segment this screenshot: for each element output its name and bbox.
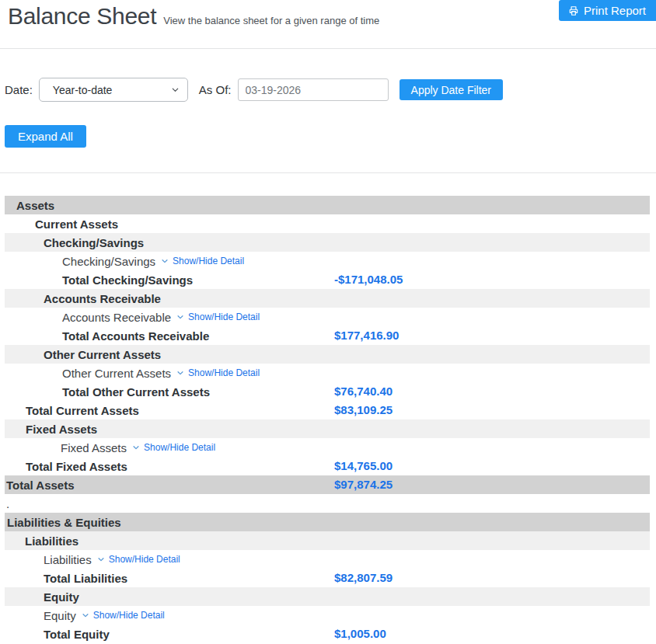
row-label: Assets: [16, 199, 54, 212]
as-of-label: As Of:: [199, 83, 232, 96]
table-row: Current Assets: [5, 214, 650, 233]
row-label: Current Assets: [35, 218, 118, 231]
row-label: Other Current Assets: [44, 348, 161, 361]
show-hide-detail-link[interactable]: Show/Hide Detail: [144, 442, 215, 453]
table-row: Total Checking/Savings-$171,048.05: [5, 270, 650, 289]
show-hide-detail-link[interactable]: Show/Hide Detail: [109, 554, 180, 565]
page-title: Balance Sheet: [8, 3, 156, 30]
row-label: Total Liabilities: [44, 572, 127, 585]
table-row: Checking/SavingsShow/Hide Detail: [5, 252, 650, 270]
table-row: Fixed AssetsShow/Hide Detail: [5, 438, 650, 457]
table-row: Liabilities: [5, 531, 650, 550]
table-row: Total Fixed Assets$14,765.00: [5, 457, 650, 475]
row-amount[interactable]: $177,416.90: [334, 329, 399, 342]
table-row: Other Current Assets: [5, 345, 650, 364]
show-hide-toggle: Show/Hide Detail: [176, 367, 260, 378]
row-label: Total Fixed Assets: [26, 460, 127, 473]
table-row: Fixed Assets: [5, 419, 650, 438]
row-label: Fixed Assets: [26, 423, 97, 436]
table-row: Total Equity$1,005.00: [5, 625, 650, 643]
apply-date-filter-button[interactable]: Apply Date Filter: [400, 79, 503, 100]
row-label: Equity: [44, 590, 79, 604]
row-amount[interactable]: $82,807.59: [334, 571, 393, 584]
chevron-down-icon: [161, 257, 169, 265]
header-divider: [0, 48, 656, 49]
row-amount[interactable]: $83,109.25: [334, 403, 393, 416]
expand-all-button[interactable]: Expand All: [5, 125, 86, 148]
show-hide-toggle: Show/Hide Detail: [176, 312, 260, 322]
row-amount[interactable]: $14,765.00: [334, 459, 393, 472]
chevron-down-icon: [171, 85, 180, 94]
print-report-label: Print Report: [584, 4, 646, 17]
row-label: Equity: [44, 609, 76, 622]
print-report-button[interactable]: Print Report: [559, 0, 656, 21]
row-label: Accounts Receivable: [44, 292, 161, 305]
show-hide-toggle: Show/Hide Detail: [132, 442, 215, 453]
row-label: Liabilities: [25, 534, 79, 548]
row-label: Total Other Current Assets: [62, 385, 210, 399]
chevron-down-icon: [97, 555, 105, 563]
table-row: LiabilitiesShow/Hide Detail: [5, 550, 650, 569]
row-label: Total Equity: [44, 628, 110, 641]
date-range-selected-value: Year-to-date: [53, 84, 113, 96]
table-row: Checking/Savings: [5, 233, 650, 252]
table-row: .: [5, 494, 650, 513]
row-label: Total Accounts Receivable: [62, 329, 209, 343]
show-hide-toggle: Show/Hide Detail: [161, 256, 244, 266]
table-row: EquityShow/Hide Detail: [5, 606, 650, 625]
table-row: Accounts Receivable: [5, 289, 650, 308]
show-hide-detail-link[interactable]: Show/Hide Detail: [188, 367, 260, 378]
printer-icon: [568, 5, 579, 16]
row-label: Total Assets: [6, 479, 75, 492]
date-label: Date:: [5, 83, 33, 96]
table-row: Liabilities & Equities: [5, 513, 650, 531]
page-header: Balance Sheet View the balance sheet for…: [8, 3, 379, 30]
table-row: Accounts ReceivableShow/Hide Detail: [5, 308, 650, 326]
chevron-down-icon: [132, 444, 140, 451]
page-subtitle: View the balance sheet for a given range…: [163, 15, 379, 26]
show-hide-toggle: Show/Hide Detail: [97, 554, 180, 565]
row-label: Liabilities & Equities: [7, 516, 121, 529]
row-label: Total Current Assets: [26, 404, 139, 417]
row-label: Liabilities: [44, 553, 92, 566]
row-amount[interactable]: -$171,048.05: [334, 273, 403, 286]
table-row: Total Accounts Receivable$177,416.90: [5, 326, 650, 345]
content-divider: [0, 172, 656, 173]
chevron-down-icon: [176, 313, 184, 321]
chevron-down-icon: [82, 611, 89, 619]
row-label: .: [6, 497, 9, 510]
table-row: Total Other Current Assets$76,740.40: [5, 382, 650, 401]
row-label: Total Checking/Savings: [62, 273, 193, 287]
row-label: Accounts Receivable: [62, 311, 171, 324]
row-amount[interactable]: $1,005.00: [334, 627, 386, 640]
table-row: Equity: [5, 587, 650, 606]
row-amount[interactable]: $76,740.40: [334, 385, 393, 398]
chevron-down-icon: [176, 369, 184, 377]
balance-table: AssetsCurrent AssetsChecking/SavingsChec…: [5, 196, 650, 643]
row-label: Other Current Assets: [62, 367, 171, 380]
row-label: Checking/Savings: [62, 255, 155, 268]
table-row: Assets: [5, 196, 650, 214]
row-label: Checking/Savings: [44, 236, 144, 249]
balance-sheet-page: Balance Sheet View the balance sheet for…: [0, 0, 656, 644]
as-of-date-input[interactable]: [238, 78, 389, 101]
row-amount[interactable]: $97,874.25: [334, 478, 393, 491]
table-row: Total Current Assets$83,109.25: [5, 401, 650, 419]
show-hide-detail-link[interactable]: Show/Hide Detail: [173, 256, 244, 266]
show-hide-detail-link[interactable]: Show/Hide Detail: [93, 610, 165, 621]
date-filter-bar: Date: Year-to-date As Of: Apply Date Fil…: [5, 78, 503, 102]
table-row: Total Assets$97,874.25: [5, 475, 650, 494]
date-range-select[interactable]: Year-to-date: [39, 78, 188, 102]
show-hide-detail-link[interactable]: Show/Hide Detail: [188, 312, 260, 322]
row-label: Fixed Assets: [61, 441, 127, 454]
table-row: Other Current AssetsShow/Hide Detail: [5, 364, 650, 382]
table-row: Total Liabilities$82,807.59: [5, 569, 650, 587]
show-hide-toggle: Show/Hide Detail: [82, 610, 165, 621]
